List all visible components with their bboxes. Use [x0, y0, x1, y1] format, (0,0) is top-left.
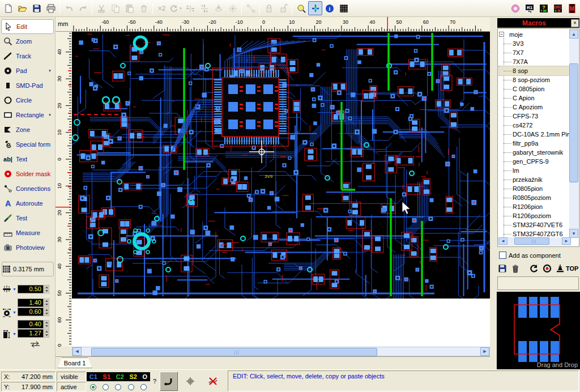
macro-item[interactable]: gen_CPFS-9: [499, 157, 569, 166]
pad-drill-spinner[interactable]: [44, 308, 49, 316]
swap-dimensions-icon[interactable]: [29, 341, 41, 349]
tool-autoroute[interactable]: AAutoroute: [0, 196, 55, 211]
tool-photoview[interactable]: Photoview: [0, 240, 55, 255]
track-width-field[interactable]: 0.50: [18, 285, 44, 293]
unlock-button[interactable]: [276, 1, 290, 15]
active-layer-radio-c1[interactable]: [90, 384, 96, 390]
active-layer-radio-s1[interactable]: [103, 384, 109, 390]
solder-donut-button[interactable]: [508, 1, 522, 15]
collapse-icon[interactable]: −: [499, 32, 504, 37]
panel-splitter[interactable]: [490, 17, 497, 369]
layer-c2[interactable]: C2: [116, 373, 124, 380]
tool-smd-pad[interactable]: SMD-Pad: [0, 78, 55, 93]
macros-badge-button[interactable]: M: [565, 1, 579, 15]
macro-item[interactable]: 8 sop-poziom: [499, 75, 569, 84]
macro-item[interactable]: C 0805pion: [499, 84, 569, 93]
pad-size-spinner[interactable]: [44, 299, 49, 307]
tool-rectangle[interactable]: Rectangle▼: [0, 108, 55, 122]
origin-target-button[interactable]: [181, 372, 199, 391]
hide-rubberband-button[interactable]: [202, 372, 224, 391]
macro-item[interactable]: 7X7: [499, 48, 569, 57]
snap-crosshair-button[interactable]: [308, 1, 322, 15]
macro-tree-root[interactable]: −moje: [499, 30, 569, 39]
help-badge-button[interactable]: ?: [536, 1, 551, 15]
save-macro-button[interactable]: [498, 264, 507, 273]
macro-item[interactable]: lm: [499, 166, 569, 175]
tool-circle[interactable]: Circle: [0, 93, 55, 108]
active-layer-radio-o[interactable]: [140, 384, 147, 390]
dropdown-arrow-icon[interactable]: ▼: [48, 69, 52, 73]
duplicate-x2-button[interactable]: ×2: [155, 1, 169, 15]
smd-height-field[interactable]: 1.27: [18, 329, 44, 338]
tool-solder-mask[interactable]: Solder mask: [0, 167, 55, 181]
macro-hscroll-thumb[interactable]: [514, 237, 549, 245]
add-as-component-checkbox[interactable]: [499, 252, 506, 259]
scroll-left-icon[interactable]: ◄: [498, 237, 508, 245]
flip-vertical-button[interactable]: [197, 1, 211, 15]
dropdown-arrow-icon[interactable]: ▼: [179, 7, 182, 10]
tool-special-form[interactable]: Special form: [0, 137, 55, 152]
rubberband-button[interactable]: [244, 1, 258, 15]
layer-s2[interactable]: S2: [129, 373, 137, 380]
drc-badge-button[interactable]: DRC: [551, 1, 565, 15]
macro-vscroll-thumb[interactable]: [569, 63, 578, 182]
rotate-macro-button[interactable]: [530, 264, 539, 273]
open-folder-button[interactable]: [15, 1, 29, 15]
flip-horizontal-button[interactable]: [183, 1, 197, 15]
cut-scissors-button[interactable]: [94, 1, 108, 15]
layer-o[interactable]: O: [143, 373, 148, 380]
pad-dropdown-icon[interactable]: ▼: [12, 310, 16, 314]
scroll-right-icon[interactable]: ►: [480, 347, 489, 356]
tool-test[interactable]: Test: [0, 211, 55, 225]
canvas-scroll-thumb[interactable]: [91, 348, 377, 356]
layer-help-label[interactable]: ?: [153, 378, 156, 385]
scroll-up-icon[interactable]: ▲: [569, 29, 578, 39]
undo-button[interactable]: [62, 1, 76, 15]
macro-preview[interactable]: Drag and Drop: [497, 292, 580, 369]
delete-macro-button[interactable]: [511, 264, 520, 273]
track-width-spinner[interactable]: [44, 285, 49, 293]
macro-item[interactable]: 3V3: [499, 39, 569, 48]
rotate-button[interactable]: ▼: [169, 1, 183, 15]
active-layer-radio-s2[interactable]: [128, 384, 134, 390]
macro-item[interactable]: DC-10AS 2.1mm Pin: [499, 130, 569, 139]
macro-item[interactable]: CFPS-73: [499, 112, 569, 121]
close-icon[interactable]: ×: [571, 19, 579, 27]
track-width-dropdown-icon[interactable]: ▼: [12, 287, 16, 291]
info-button[interactable]: i: [322, 1, 336, 15]
zoom-search-button[interactable]: [294, 1, 308, 15]
tool-measure[interactable]: Measure: [0, 225, 55, 240]
grid-matrix-button[interactable]: [336, 1, 351, 15]
layer-c1[interactable]: C1: [89, 373, 97, 380]
track-bend-mode-button[interactable]: [160, 372, 178, 391]
new-file-button[interactable]: [1, 1, 15, 15]
tool-pad[interactable]: Pad▼: [0, 63, 55, 78]
move-to-layer-button[interactable]: [211, 1, 225, 15]
macro-item[interactable]: R1206poziom: [499, 211, 569, 220]
tool-zone[interactable]: Zone: [0, 122, 55, 137]
scroll-right-icon[interactable]: ►: [562, 237, 571, 245]
macro-item[interactable]: STM32F407VET6: [499, 220, 569, 229]
print-button[interactable]: [44, 1, 58, 15]
macro-tree-vscrollbar[interactable]: ▲ ▼: [569, 29, 578, 238]
tool-connections[interactable]: Connections: [0, 181, 55, 196]
active-layer-radio-c2[interactable]: [115, 384, 121, 390]
canvas-horizontal-scrollbar[interactable]: ◄ ►: [72, 347, 490, 356]
dropdown-arrow-icon[interactable]: ▼: [48, 113, 52, 117]
macro-item[interactable]: przekaźnik: [499, 175, 569, 184]
macro-item[interactable]: R1206pion: [499, 202, 569, 211]
macro-item[interactable]: R0805pion: [499, 184, 569, 193]
explode-button[interactable]: [225, 1, 240, 15]
smd-height-spinner[interactable]: [44, 329, 49, 338]
macro-item[interactable]: C Apion: [499, 93, 569, 103]
tool-track[interactable]: Track: [0, 49, 55, 63]
macro-item[interactable]: filtr_pp9a: [499, 139, 569, 148]
macro-tree[interactable]: −moje3V37X77X7A8 sop8 sop-poziomC 0805pi…: [497, 28, 579, 247]
redo-button[interactable]: [76, 1, 90, 15]
macro-item[interactable]: cs4272: [499, 121, 569, 130]
r1-badge-button[interactable]: R1: [522, 1, 536, 15]
stamp-button[interactable]: [556, 264, 565, 273]
macro-item[interactable]: gabaryt_sterownik: [499, 148, 569, 157]
macro-item[interactable]: 7X7A: [499, 57, 569, 66]
macro-item[interactable]: C Apoziom: [499, 103, 569, 112]
